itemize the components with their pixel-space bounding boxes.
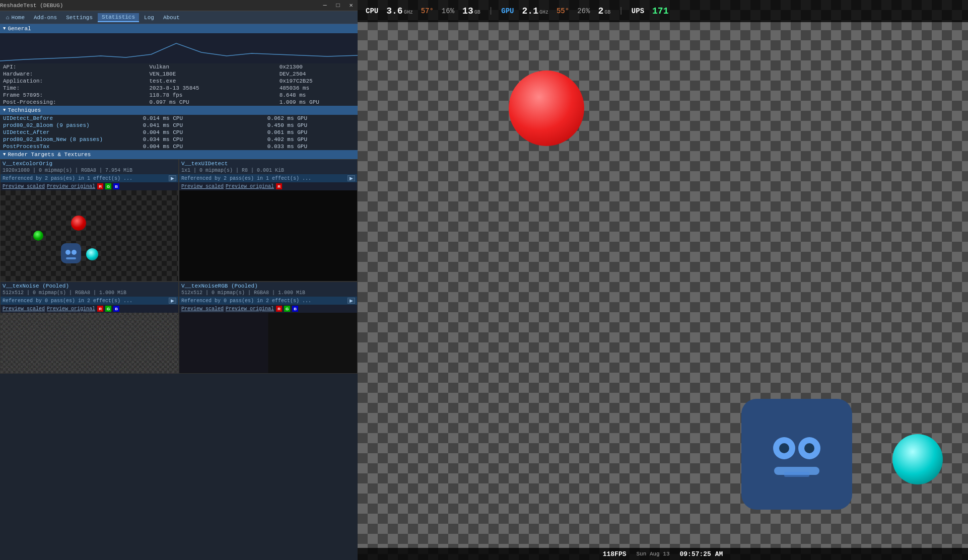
channel-r-btn-3[interactable]: R	[276, 306, 282, 312]
game-red-circle	[509, 71, 584, 146]
nav-about[interactable]: About	[159, 14, 184, 22]
texture-ref-bar-0: Referenced by 2 pass(es) in 1 effect(s) …	[1, 174, 178, 182]
time-value: 09:57:25 AM	[680, 550, 723, 558]
gpu-mem-sup: GB	[604, 10, 610, 15]
preview-original-btn-0[interactable]: Preview original	[47, 184, 95, 189]
channel-b-btn-0[interactable]: B	[113, 183, 119, 189]
performance-stats-bar: CPU 3.6 GHz 57° 16% 13 GB | GPU 2.1 GHz …	[358, 0, 968, 22]
channel-r-btn-0[interactable]: R	[97, 183, 103, 189]
texture-ref-bar-2: Referenced by 0 pass(es) in 2 effect(s) …	[1, 297, 178, 305]
sprite-red-ball	[71, 216, 86, 231]
svg-point-7	[779, 443, 789, 453]
sprite-godot-icon	[61, 243, 81, 263]
technique-gpu-2: 0.061 ms GPU	[264, 129, 358, 136]
texture-ref-text-3: Referenced by 0 pass(es) in 2 effect(s) …	[181, 298, 311, 304]
hardware-label: Hardware:	[0, 71, 146, 78]
technique-gpu-0: 0.062 ms GPU	[264, 115, 358, 122]
window-title: ReshadeTest (DEBUG)	[0, 3, 63, 9]
render-targets-arrow-icon: ▼	[3, 152, 6, 157]
texture-dims-0: 1920x1080 | 0 mipmap(s) | RGBA8 | 7.954 …	[1, 168, 178, 174]
technique-cpu-0: 0.014 ms CPU	[140, 115, 264, 122]
frame-fps: 118.78 fps	[146, 92, 276, 99]
technique-name-2: UIDetect_After	[0, 129, 140, 136]
general-section-header[interactable]: ▼ General	[0, 24, 358, 33]
preview-scaled-btn-3[interactable]: Preview scaled	[181, 306, 224, 312]
cpu-pct-value: 16%	[442, 7, 454, 15]
technique-cpu-4: 0.004 ms CPU	[140, 143, 264, 150]
cpu-label: CPU	[366, 7, 378, 15]
technique-row-1: prod80_02_Bloom (9 passes) 0.041 ms CPU …	[0, 122, 358, 129]
svg-rect-2	[66, 257, 76, 259]
close-button[interactable]: ✕	[344, 0, 358, 11]
maximize-button[interactable]: □	[331, 0, 344, 11]
nav-log[interactable]: Log	[140, 14, 158, 22]
cpu-power-group: 13 GB	[462, 6, 480, 16]
texture-preview-bar-1: Preview scaled Preview original R	[179, 182, 357, 190]
texture-ref-expand-1[interactable]: ▶	[348, 175, 355, 181]
render-targets-section-header[interactable]: ▼ Render Targets & Textures	[0, 150, 358, 159]
channel-b-btn-2[interactable]: B	[113, 306, 119, 312]
texture-ref-expand-2[interactable]: ▶	[169, 298, 176, 304]
nav-home[interactable]: ⌂ Home	[2, 14, 29, 22]
post-label: Post-Processing:	[0, 99, 146, 106]
post-row: Post-Processing: 0.097 ms CPU 1.009 ms G…	[0, 99, 358, 106]
texture-preview-bar-3: Preview scaled Preview original R G B	[179, 305, 357, 313]
technique-cpu-3: 0.034 ms CPU	[140, 136, 264, 143]
preview-scaled-btn-2[interactable]: Preview scaled	[3, 306, 45, 312]
post-cpu: 0.097 ms CPU	[146, 99, 276, 106]
navbar: ⌂ Home Add-ons Settings Statistics Log A…	[0, 11, 358, 24]
preview-scaled-btn-1[interactable]: Preview scaled	[181, 184, 224, 189]
technique-name-1: prod80_02_Bloom (9 passes)	[0, 122, 140, 129]
texture-preview-bar-2: Preview scaled Preview original R G B	[1, 305, 178, 313]
technique-name-4: PostProcessTax	[0, 143, 140, 150]
technique-cpu-1: 0.041 ms CPU	[140, 122, 264, 129]
application-value: test.exe	[146, 78, 276, 85]
graph-svg	[0, 33, 358, 63]
texture-dims-1: 1x1 | 0 mipmap(s) | R8 | 0.001 KiB	[179, 168, 357, 174]
texture-item-0: V__texColorOrig 1920x1080 | 0 mipmap(s) …	[0, 159, 179, 282]
nav-addons[interactable]: Add-ons	[30, 14, 61, 22]
channel-g-btn-2[interactable]: G	[105, 306, 111, 312]
game-godot-large	[741, 399, 852, 510]
nav-settings[interactable]: Settings	[62, 14, 97, 22]
channel-g-btn-0[interactable]: G	[105, 183, 111, 189]
frame-row: Frame 57895: 118.78 fps 8.648 ms	[0, 92, 358, 99]
preview-original-btn-2[interactable]: Preview original	[47, 306, 95, 312]
gpu-mem-group: 2 GB	[598, 6, 610, 16]
minimize-button[interactable]: —	[318, 0, 331, 11]
cpu-temp-value: 57°	[421, 7, 434, 15]
technique-row-2: UIDetect_After 0.004 ms CPU 0.061 ms GPU	[0, 129, 358, 136]
texture-name-1: V__texUIDetect	[179, 160, 357, 168]
texture-name-3: V__texNoiseRGB (Pooled)	[179, 282, 357, 290]
technique-row-0: UIDetect_Before 0.014 ms CPU 0.062 ms GP…	[0, 115, 358, 122]
texture-name-0: V__texColorOrig	[1, 160, 178, 168]
texture-item-1: V__texUIDetect 1x1 | 0 mipmap(s) | R8 | …	[179, 159, 358, 282]
texture-ref-expand-3[interactable]: ▶	[348, 298, 355, 304]
nav-statistics[interactable]: Statistics	[98, 13, 139, 22]
texture-ref-expand-0[interactable]: ▶	[169, 175, 176, 181]
preview-original-btn-3[interactable]: Preview original	[226, 306, 274, 312]
texture-preview-bar-0: Preview scaled Preview original R G B	[1, 182, 178, 190]
preview-original-btn-1[interactable]: Preview original	[226, 184, 274, 189]
home-icon: ⌂	[6, 15, 10, 21]
api-value: Vulkan	[146, 63, 276, 71]
texture-grid-row2: V__texNoise (Pooled) 512x512 | 0 mipmap(…	[0, 282, 358, 374]
texture-preview-3	[179, 313, 357, 373]
gpu-label: GPU	[501, 7, 514, 15]
channel-g-btn-3[interactable]: G	[284, 306, 290, 312]
techniques-section-header[interactable]: ▼ Techniques	[0, 106, 358, 115]
techniques-section-label: Techniques	[8, 107, 41, 113]
technique-name-0: UIDetect_Before	[0, 115, 140, 122]
texture-ref-bar-1: Referenced by 2 pass(es) in 1 effect(s) …	[179, 174, 357, 182]
hardware-row: Hardware: VEN_1B0E DEV_2504	[0, 71, 358, 78]
post-gpu: 1.009 ms GPU	[276, 99, 358, 106]
api-row: API: Vulkan 0x21300	[0, 63, 358, 71]
channel-r-btn-2[interactable]: R	[97, 306, 103, 312]
channel-b-btn-3[interactable]: B	[292, 306, 298, 312]
game-cyan-circle	[892, 434, 943, 484]
technique-gpu-3: 0.402 ms GPU	[264, 136, 358, 143]
cpu-power-value: 13	[462, 6, 473, 16]
channel-r-btn-1[interactable]: R	[276, 183, 282, 189]
preview-scaled-btn-0[interactable]: Preview scaled	[3, 184, 45, 189]
texture-preview-2	[1, 313, 178, 373]
